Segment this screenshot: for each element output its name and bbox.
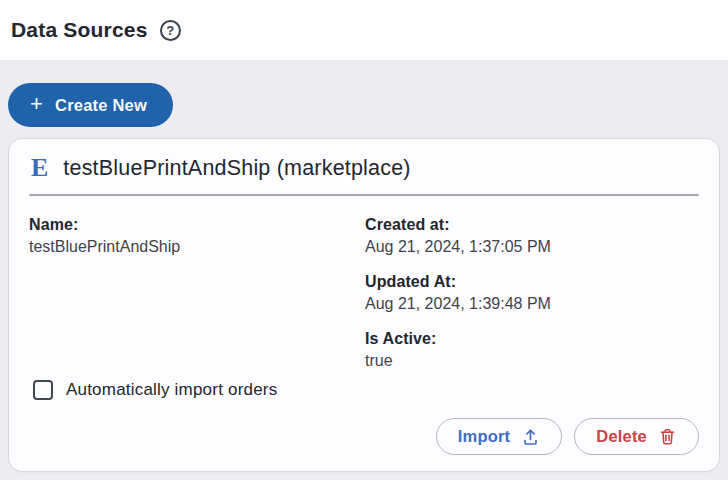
name-label: Name: bbox=[29, 214, 365, 236]
is-active-field: Is Active: true bbox=[365, 328, 699, 372]
data-sources-page: Data Sources ? + Create New E testBluePr… bbox=[0, 0, 728, 480]
upload-icon bbox=[521, 427, 540, 446]
created-at-field: Created at: Aug 21, 2024, 1:37:05 PM bbox=[365, 214, 699, 258]
created-at-label: Created at: bbox=[365, 214, 699, 236]
field-column-right: Created at: Aug 21, 2024, 1:37:05 PM Upd… bbox=[365, 214, 699, 372]
plus-icon: + bbox=[30, 93, 43, 115]
card-actions: Import Delete bbox=[29, 418, 699, 455]
delete-label: Delete bbox=[596, 427, 647, 446]
import-label: Import bbox=[458, 427, 511, 446]
field-columns: Name: testBluePrintAndShip Created at: A… bbox=[29, 214, 699, 372]
auto-import-checkbox[interactable] bbox=[33, 380, 53, 400]
content-section: + Create New E testBluePrintAndShip (mar… bbox=[0, 60, 728, 480]
help-icon[interactable]: ? bbox=[160, 20, 181, 41]
create-new-button[interactable]: + Create New bbox=[8, 83, 173, 127]
import-button[interactable]: Import bbox=[436, 418, 563, 455]
auto-import-checkbox-row[interactable]: Automatically import orders bbox=[33, 380, 699, 400]
updated-at-label: Updated At: bbox=[365, 271, 699, 293]
field-column-left: Name: testBluePrintAndShip bbox=[29, 214, 365, 372]
card-title: testBluePrintAndShip (marketplace) bbox=[63, 156, 410, 181]
create-new-label: Create New bbox=[55, 96, 147, 115]
page-header: Data Sources ? bbox=[0, 0, 728, 60]
page-title: Data Sources bbox=[11, 18, 148, 42]
is-active-label: Is Active: bbox=[365, 328, 699, 350]
created-at-value: Aug 21, 2024, 1:37:05 PM bbox=[365, 236, 699, 258]
name-value: testBluePrintAndShip bbox=[29, 236, 365, 258]
trash-icon bbox=[658, 427, 677, 446]
auto-import-label: Automatically import orders bbox=[66, 380, 277, 400]
card-header: E testBluePrintAndShip (marketplace) bbox=[9, 139, 719, 194]
source-logo-icon: E bbox=[31, 155, 48, 181]
delete-button[interactable]: Delete bbox=[574, 418, 699, 455]
data-source-card: E testBluePrintAndShip (marketplace) Nam… bbox=[8, 138, 720, 472]
card-body: Name: testBluePrintAndShip Created at: A… bbox=[9, 196, 719, 471]
updated-at-field: Updated At: Aug 21, 2024, 1:39:48 PM bbox=[365, 271, 699, 315]
updated-at-value: Aug 21, 2024, 1:39:48 PM bbox=[365, 293, 699, 315]
is-active-value: true bbox=[365, 350, 699, 372]
name-field: Name: testBluePrintAndShip bbox=[29, 214, 365, 258]
